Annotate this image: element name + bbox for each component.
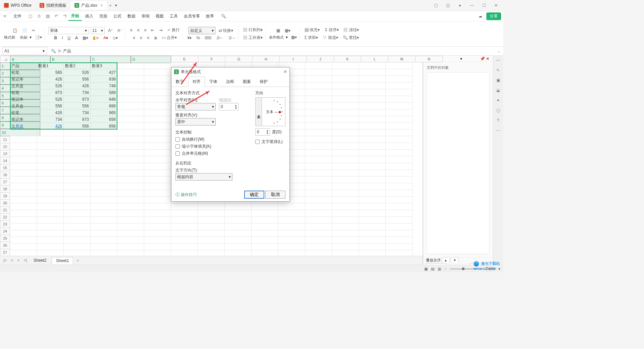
cell[interactable]: 427 (91, 69, 117, 76)
row-header[interactable]: 26 (0, 242, 10, 249)
number-format-select[interactable]: 自定义▾ (189, 27, 215, 34)
wrap-button[interactable]: ⤶ 换行 (166, 27, 181, 34)
row-header[interactable]: 18 (0, 186, 10, 193)
cell[interactable] (386, 62, 413, 69)
column-header[interactable]: J (307, 56, 334, 62)
cell[interactable] (359, 210, 386, 217)
cell[interactable] (359, 203, 386, 210)
dlg-tab-border[interactable]: 边框 (222, 77, 238, 87)
column-header[interactable]: A (10, 56, 50, 63)
cell[interactable] (64, 197, 91, 203)
cell[interactable] (91, 150, 117, 156)
cell[interactable] (305, 143, 332, 150)
cell[interactable] (117, 123, 144, 130)
cell[interactable] (117, 197, 144, 203)
dlg-tab-pattern[interactable]: 图案 (238, 77, 255, 87)
ok-button[interactable]: 确定 (244, 191, 264, 199)
cell[interactable] (359, 156, 386, 163)
cell[interactable] (278, 210, 305, 217)
cell[interactable] (144, 244, 171, 250)
cell[interactable]: 589 (91, 89, 117, 96)
cell[interactable] (144, 69, 171, 76)
cell[interactable]: 888 (91, 103, 117, 109)
menu-tab-data[interactable]: 数据 (125, 12, 138, 20)
column-header[interactable]: G (225, 56, 253, 62)
cell[interactable] (332, 69, 359, 76)
cell[interactable]: 556 (64, 103, 91, 109)
tips-link[interactable]: ⓘ操作技巧 (175, 192, 197, 198)
cell[interactable] (225, 244, 252, 250)
shrink-checkbox[interactable]: 缩小字体填充(K) (175, 144, 252, 149)
cell[interactable] (332, 230, 359, 237)
print-preview-icon[interactable]: ▤ (45, 13, 50, 19)
cell[interactable] (332, 170, 359, 177)
cell[interactable] (117, 237, 144, 244)
indent-right-icon[interactable]: ⇥ (158, 27, 164, 33)
cell[interactable] (37, 130, 64, 136)
cell[interactable] (332, 190, 359, 197)
maximize-button[interactable]: ☐ (480, 3, 488, 8)
sum-button[interactable]: Σ 求和▾ (303, 34, 320, 41)
cell[interactable] (144, 96, 171, 103)
clear-format-button[interactable]: ◇▾ (111, 35, 119, 41)
cell[interactable]: 858 (91, 123, 117, 130)
cell[interactable] (386, 150, 413, 156)
cell[interactable] (386, 230, 413, 237)
cell[interactable] (278, 223, 305, 230)
cell[interactable] (144, 143, 171, 150)
wrap-checkbox[interactable]: 自动换行(W) (175, 137, 252, 142)
minimize-button[interactable]: — (468, 3, 476, 8)
cell[interactable] (386, 143, 413, 150)
cell[interactable] (332, 197, 359, 203)
cell[interactable] (117, 177, 144, 183)
convert-button[interactable]: ⇄ 转换▾ (217, 27, 234, 34)
cell[interactable] (305, 203, 332, 210)
cell[interactable] (37, 230, 64, 237)
cell[interactable] (37, 170, 64, 177)
border-button[interactable]: ▦▾ (81, 35, 90, 41)
close-window-button[interactable]: ✕ (492, 3, 500, 8)
currency-icon[interactable]: ¥▾ (186, 35, 193, 41)
cell[interactable] (359, 230, 386, 237)
menu-tab-formula[interactable]: 公式 (111, 12, 124, 20)
menu-tab-start[interactable]: 开始 (68, 12, 82, 21)
cell[interactable]: 556 (64, 123, 91, 130)
font-color-button[interactable]: A▾ (102, 35, 109, 41)
cell[interactable] (359, 96, 386, 103)
cell[interactable] (144, 170, 171, 177)
cell[interactable] (37, 223, 64, 230)
cell[interactable] (144, 123, 171, 130)
cell[interactable] (359, 123, 386, 130)
cell[interactable] (278, 244, 305, 250)
cell[interactable] (332, 109, 359, 116)
cell[interactable] (117, 230, 144, 237)
cell[interactable] (117, 62, 144, 69)
decrease-font-icon[interactable]: A⁻ (116, 28, 123, 34)
cell[interactable] (386, 109, 413, 116)
cell[interactable] (64, 150, 91, 156)
cell[interactable] (359, 62, 386, 69)
cell[interactable] (305, 237, 332, 244)
cell[interactable] (10, 156, 37, 163)
cell[interactable] (359, 89, 386, 96)
cell[interactable] (252, 217, 278, 223)
cell[interactable] (117, 76, 144, 83)
cell[interactable]: 838 (91, 76, 117, 83)
menu-tab-tools[interactable]: 工具 (167, 12, 180, 20)
cell[interactable] (117, 244, 144, 250)
avatar-icon[interactable]: ● (456, 3, 464, 8)
cell[interactable] (386, 103, 413, 109)
cell[interactable]: 965 (91, 109, 117, 116)
cell[interactable] (10, 230, 37, 237)
cell[interactable] (305, 76, 332, 83)
orientation-dial[interactable]: 文本 —◆ (262, 97, 285, 126)
cell[interactable] (144, 116, 171, 123)
cell[interactable] (359, 76, 386, 83)
cell[interactable] (332, 76, 359, 83)
cell[interactable] (144, 150, 171, 156)
column-header[interactable]: F (198, 56, 225, 62)
cell[interactable] (332, 103, 359, 109)
cell[interactable] (91, 190, 117, 197)
cell[interactable] (305, 89, 332, 96)
cell[interactable] (10, 170, 37, 177)
